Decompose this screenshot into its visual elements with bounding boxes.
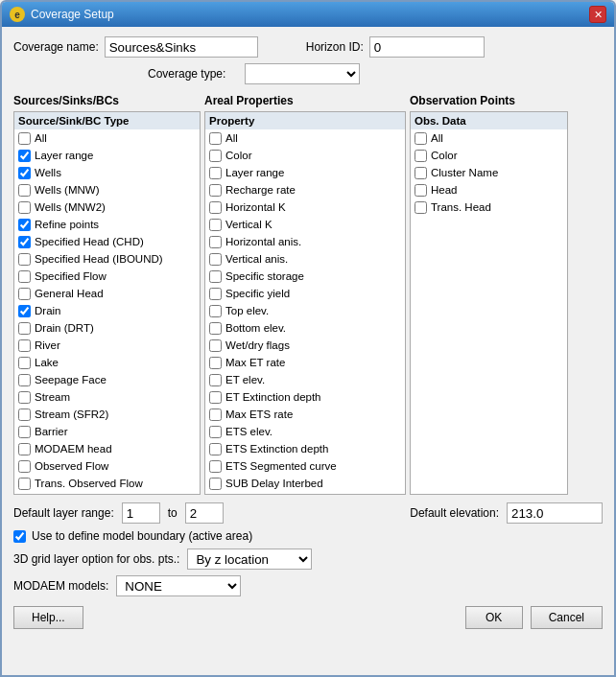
areal-checkbox-5[interactable] — [209, 219, 222, 231]
areal-checkbox-8[interactable] — [209, 270, 222, 283]
obs-checkbox-4[interactable] — [415, 201, 427, 214]
areal-checkbox-11[interactable] — [209, 322, 222, 335]
sources-list-item[interactable]: Wells (MNW) — [14, 181, 200, 198]
obs-checkbox-3[interactable] — [415, 184, 427, 197]
sources-list-item[interactable]: Specified Head (CHD) — [14, 233, 200, 250]
areal-list-item[interactable]: Wet/dry flags — [205, 337, 405, 354]
sources-list-item[interactable]: Wells — [14, 164, 200, 181]
areal-checkbox-19[interactable] — [209, 460, 222, 473]
sources-checkbox-6[interactable] — [18, 236, 31, 248]
sources-checkbox-4[interactable] — [18, 201, 31, 214]
areal-checkbox-12[interactable] — [209, 339, 222, 352]
areal-list-item[interactable]: Horizontal K — [205, 198, 405, 216]
areal-list-item[interactable]: Specific yield — [205, 285, 405, 302]
areal-checkbox-20[interactable] — [209, 478, 222, 490]
sources-checkbox-3[interactable] — [18, 184, 31, 197]
areal-list-item[interactable]: SUB Delay Interbed — [205, 475, 405, 492]
sources-checkbox-1[interactable] — [18, 150, 31, 162]
areal-list-item[interactable]: ETS Segmented curve — [205, 457, 405, 475]
sources-checkbox-11[interactable] — [18, 322, 31, 335]
obs-checkbox-1[interactable] — [415, 150, 427, 162]
boundary-checkbox[interactable] — [13, 530, 26, 543]
layer-from-input[interactable] — [122, 502, 160, 524]
sources-list-item[interactable]: Refine points — [14, 216, 200, 233]
sources-list-item[interactable]: Drain (DRT) — [14, 319, 200, 337]
obs-list-item[interactable]: Cluster Name — [411, 164, 567, 181]
obs-checkbox-2[interactable] — [415, 167, 427, 179]
areal-checkbox-7[interactable] — [209, 253, 222, 266]
modaem-select[interactable]: NONE — [116, 575, 241, 596]
areal-list-item[interactable]: ETS elev. — [205, 423, 405, 440]
sources-checkbox-14[interactable] — [18, 374, 31, 386]
areal-list-item[interactable]: Bottom elev. — [205, 319, 405, 337]
areal-checkbox-10[interactable] — [209, 305, 222, 317]
areal-list-item[interactable]: ET Extinction depth — [205, 388, 405, 406]
obs-list-item[interactable]: All — [411, 129, 567, 147]
areal-list-item[interactable]: Recharge rate — [205, 181, 405, 198]
coverage-name-input[interactable] — [105, 36, 258, 58]
sources-checkbox-0[interactable] — [18, 132, 31, 145]
areal-list-item[interactable]: Layer range — [205, 164, 405, 181]
default-elevation-input[interactable] — [507, 502, 603, 524]
sources-list-item[interactable]: General Head — [14, 285, 200, 302]
obs-checkbox-0[interactable] — [415, 132, 427, 145]
sources-list-item[interactable]: Seepage Face — [14, 371, 200, 388]
areal-checkbox-13[interactable] — [209, 357, 222, 369]
areal-list-item[interactable]: All — [205, 129, 405, 147]
areal-list-item[interactable]: Vertical anis. — [205, 250, 405, 268]
help-button[interactable]: Help... — [13, 606, 83, 629]
areal-checkbox-15[interactable] — [209, 391, 222, 404]
sources-checkbox-7[interactable] — [18, 253, 31, 266]
areal-list-item[interactable]: Specific storage — [205, 268, 405, 285]
sources-checkbox-9[interactable] — [18, 288, 31, 300]
coverage-type-select[interactable] — [245, 63, 360, 84]
layer-to-input[interactable] — [185, 502, 224, 524]
sources-list-item[interactable]: All — [14, 129, 200, 147]
areal-checkbox-6[interactable] — [209, 236, 222, 248]
sources-checkbox-8[interactable] — [18, 270, 31, 283]
areal-list-item[interactable]: Color — [205, 147, 405, 164]
sources-checkbox-19[interactable] — [18, 460, 31, 473]
sources-checkbox-5[interactable] — [18, 219, 31, 231]
sources-list-item[interactable]: Wells (MNW2) — [14, 198, 200, 216]
areal-list-item[interactable]: Horizontal anis. — [205, 233, 405, 250]
sources-list-item[interactable]: Specified Flow — [14, 268, 200, 285]
sources-list-item[interactable]: Barrier — [14, 423, 200, 440]
areal-checkbox-2[interactable] — [209, 167, 222, 179]
sources-list-item[interactable]: Stream — [14, 388, 200, 406]
areal-checkbox-18[interactable] — [209, 443, 222, 455]
areal-checkbox-9[interactable] — [209, 288, 222, 300]
sources-checkbox-17[interactable] — [18, 426, 31, 438]
sources-list-item[interactable]: Trans. Observed Flow — [14, 475, 200, 492]
areal-list-item[interactable]: Vertical K — [205, 216, 405, 233]
grid-option-select[interactable]: By z location — [187, 549, 312, 570]
cancel-button[interactable]: Cancel — [531, 606, 603, 629]
sources-list-item[interactable]: Layer range — [14, 147, 200, 164]
sources-checkbox-12[interactable] — [18, 339, 31, 352]
horizon-id-input[interactable] — [369, 36, 485, 58]
areal-checkbox-4[interactable] — [209, 201, 222, 214]
areal-list-item[interactable]: Max ETS rate — [205, 406, 405, 423]
obs-list-item[interactable]: Color — [411, 147, 567, 164]
areal-list-item[interactable]: ET elev. — [205, 371, 405, 388]
obs-list-item[interactable]: Head — [411, 181, 567, 198]
sources-checkbox-18[interactable] — [18, 443, 31, 455]
areal-list-item[interactable]: Max ET rate — [205, 354, 405, 371]
close-button[interactable]: ✕ — [589, 6, 606, 23]
areal-checkbox-17[interactable] — [209, 426, 222, 438]
areal-checkbox-0[interactable] — [209, 132, 222, 145]
areal-checkbox-16[interactable] — [209, 409, 222, 421]
areal-checkbox-1[interactable] — [209, 150, 222, 162]
sources-list-item[interactable]: MODAEM head — [14, 440, 200, 457]
areal-checkbox-3[interactable] — [209, 184, 222, 197]
sources-checkbox-20[interactable] — [18, 478, 31, 490]
sources-checkbox-13[interactable] — [18, 357, 31, 369]
sources-checkbox-2[interactable] — [18, 167, 31, 179]
ok-button[interactable]: OK — [465, 606, 523, 629]
sources-checkbox-10[interactable] — [18, 305, 31, 317]
sources-list-item[interactable]: Stream (SFR2) — [14, 406, 200, 423]
sources-checkbox-16[interactable] — [18, 409, 31, 421]
areal-checkbox-14[interactable] — [209, 374, 222, 386]
sources-list-item[interactable]: Lake — [14, 354, 200, 371]
sources-list-item[interactable]: Drain — [14, 302, 200, 319]
